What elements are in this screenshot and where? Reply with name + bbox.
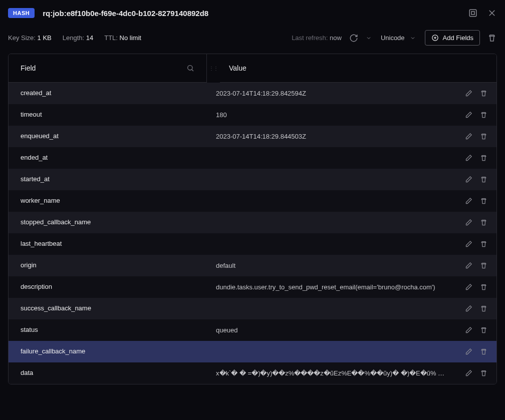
value-cell: queued <box>207 319 496 341</box>
encoding-select[interactable]: Unicode <box>379 34 418 42</box>
field-cell: ended_at <box>9 147 207 169</box>
field-cell: timeout <box>9 104 207 126</box>
refresh-dropdown-icon[interactable] <box>366 35 372 41</box>
row-actions <box>464 154 487 162</box>
delete-icon[interactable] <box>479 219 487 227</box>
delete-icon[interactable] <box>479 262 487 270</box>
table-row[interactable]: success_callback_name <box>9 298 496 319</box>
delete-icon[interactable] <box>479 197 487 205</box>
table-row[interactable]: created_at2023-07-14T14:18:29.842594Z <box>9 83 496 104</box>
field-cell: success_callback_name <box>9 298 207 319</box>
row-actions <box>464 197 487 205</box>
header: HASH rq:job:e8f10b0e-f69e-4dc0-b102-8279… <box>0 0 505 26</box>
svg-point-7 <box>188 66 192 70</box>
chevron-down-icon <box>410 35 416 41</box>
value-cell <box>207 298 496 319</box>
field-cell: description <box>9 276 207 298</box>
table-row[interactable]: last_heartbeat <box>9 233 496 255</box>
add-fields-button[interactable]: Add Fields <box>425 30 480 46</box>
table-row[interactable]: enqueued_at2023-07-14T14:18:29.844503Z <box>9 126 496 147</box>
row-actions <box>464 369 487 377</box>
meta-row: Key Size: 1 KB Length: 14 TTL: No limit … <box>0 26 505 54</box>
value-cell: dundie.tasks.user.try_to_send_pwd_reset_… <box>207 276 496 298</box>
edit-icon[interactable] <box>464 262 472 270</box>
delete-icon[interactable] <box>479 369 487 377</box>
edit-icon[interactable] <box>464 283 472 291</box>
delete-icon[interactable] <box>479 133 487 141</box>
search-icon[interactable] <box>186 64 194 72</box>
length: Length: 14 <box>63 34 93 42</box>
table-row[interactable]: descriptiondundie.tasks.user.try_to_send… <box>9 276 496 298</box>
column-resize-handle[interactable]: ⋮⋮ <box>207 54 220 83</box>
value-cell <box>207 233 496 255</box>
field-cell: enqueued_at <box>9 126 207 147</box>
table-row[interactable]: datax�k`� � =�)�y)��z%����z�ũEz%E��%��ũy… <box>9 362 496 384</box>
fullscreen-icon[interactable] <box>468 8 478 18</box>
row-actions <box>464 133 487 141</box>
delete-icon[interactable] <box>479 90 487 98</box>
row-actions <box>464 240 487 248</box>
field-cell: stopped_callback_name <box>9 212 207 233</box>
key-size: Key Size: 1 KB <box>8 34 52 42</box>
edit-icon[interactable] <box>464 154 472 162</box>
field-cell: status <box>9 319 207 341</box>
value-cell: 2023-07-14T14:18:29.842594Z <box>207 83 496 104</box>
row-actions <box>464 176 487 184</box>
delete-icon[interactable] <box>479 154 487 162</box>
value-cell <box>207 190 496 212</box>
edit-icon[interactable] <box>464 305 472 313</box>
table-row[interactable]: timeout180 <box>9 104 496 126</box>
field-cell: origin <box>9 255 207 276</box>
edit-icon[interactable] <box>464 90 472 98</box>
field-cell: failure_callback_name <box>9 341 207 362</box>
table-row[interactable]: ended_at <box>9 147 496 169</box>
header-right <box>468 8 497 18</box>
delete-icon[interactable] <box>479 111 487 119</box>
value-cell <box>207 147 496 169</box>
value-cell: x�k`� � =�)�y)��z%����z�ũEz%E��%��ũy)� �… <box>207 362 496 384</box>
field-cell: worker_name <box>9 190 207 212</box>
row-actions <box>464 111 487 119</box>
ttl: TTL: No limit <box>104 34 141 42</box>
edit-icon[interactable] <box>464 133 472 141</box>
row-actions <box>464 262 487 270</box>
row-actions <box>464 283 487 291</box>
delete-icon[interactable] <box>479 283 487 291</box>
table-body: created_at2023-07-14T14:18:29.842594Ztim… <box>9 83 496 384</box>
delete-icon[interactable] <box>479 348 487 356</box>
meta-right: Last refresh: now Unicode <box>292 30 497 46</box>
row-actions <box>464 305 487 313</box>
value-cell <box>207 169 496 190</box>
edit-icon[interactable] <box>464 348 472 356</box>
table-row[interactable]: stopped_callback_name <box>9 212 496 233</box>
delete-icon[interactable] <box>479 305 487 313</box>
delete-icon[interactable] <box>479 240 487 248</box>
edit-icon[interactable] <box>464 176 472 184</box>
svg-rect-0 <box>469 10 476 17</box>
table-row[interactable]: started_at <box>9 169 496 190</box>
column-header-value: Value <box>220 54 496 83</box>
refresh-icon[interactable] <box>349 33 359 43</box>
row-actions <box>464 348 487 356</box>
close-icon[interactable] <box>487 8 497 18</box>
edit-icon[interactable] <box>464 369 472 377</box>
table-row[interactable]: statusqueued <box>9 319 496 341</box>
last-refresh: Last refresh: now <box>292 34 342 42</box>
table-row[interactable]: worker_name <box>9 190 496 212</box>
type-badge: HASH <box>8 8 35 18</box>
delete-key-icon[interactable] <box>487 33 497 43</box>
table-row[interactable]: origindefault <box>9 255 496 276</box>
edit-icon[interactable] <box>464 219 472 227</box>
value-cell: 2023-07-14T14:18:29.844503Z <box>207 126 496 147</box>
edit-icon[interactable] <box>464 240 472 248</box>
delete-icon[interactable] <box>479 326 487 334</box>
header-left: HASH rq:job:e8f10b0e-f69e-4dc0-b102-8279… <box>8 8 208 18</box>
value-cell: default <box>207 255 496 276</box>
edit-icon[interactable] <box>464 326 472 334</box>
edit-icon[interactable] <box>464 197 472 205</box>
value-cell <box>207 341 496 362</box>
edit-icon[interactable] <box>464 111 472 119</box>
delete-icon[interactable] <box>479 176 487 184</box>
field-cell: started_at <box>9 169 207 190</box>
table-row[interactable]: failure_callback_name <box>9 341 496 362</box>
